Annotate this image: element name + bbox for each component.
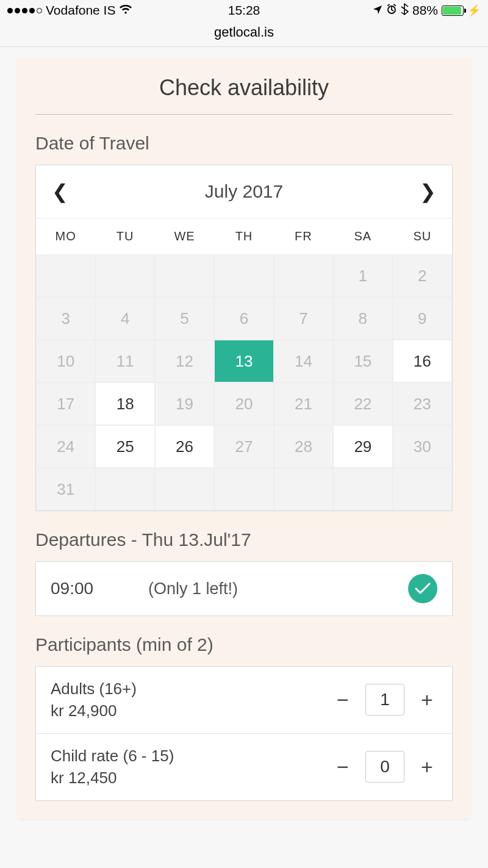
- prev-month-button[interactable]: ❮: [52, 180, 68, 203]
- alarm-icon: [386, 3, 397, 18]
- battery-pct: 88%: [412, 3, 438, 18]
- participant-price: kr 24,900: [51, 700, 137, 722]
- participant-controls: − 0 +: [332, 751, 437, 783]
- calendar-dow: WE: [155, 218, 214, 254]
- availability-card: Check availability Date of Travel ❮ July…: [17, 58, 471, 819]
- calendar-cell: 10: [36, 340, 95, 382]
- decrement-button[interactable]: −: [332, 688, 353, 712]
- status-right: 88% ⚡: [373, 3, 481, 18]
- calendar-cell: 24: [36, 425, 95, 468]
- calendar-cell-blank: [95, 254, 154, 297]
- calendar-cell-blank: [95, 468, 154, 511]
- bluetooth-icon: [401, 3, 409, 18]
- calendar-cell: 30: [393, 425, 452, 468]
- participants-label: Participants (min of 2): [35, 634, 453, 655]
- calendar-cell: 27: [214, 425, 273, 468]
- participant-price: kr 12,450: [51, 767, 174, 789]
- increment-button[interactable]: +: [417, 755, 437, 779]
- participant-count[interactable]: 1: [365, 684, 404, 716]
- clock: 15:28: [228, 3, 260, 18]
- carrier-label: Vodafone IS: [46, 3, 115, 18]
- participant-label: Adults (16+): [51, 678, 137, 700]
- calendar-dow: SA: [333, 218, 392, 254]
- calendar-cell: 28: [274, 425, 333, 468]
- calendar-dow: TU: [95, 218, 154, 254]
- departure-option[interactable]: 09:00 (Only 1 left!): [35, 561, 453, 616]
- participant-info: Child rate (6 - 15) kr 12,450: [51, 745, 174, 789]
- calendar-body: 1234567891011121314151617181920212223242…: [36, 254, 452, 511]
- calendar-cell: 1: [333, 254, 392, 297]
- participant-info: Adults (16+) kr 24,900: [51, 678, 137, 722]
- calendar-cell: 20: [214, 382, 273, 425]
- calendar-dow: FR: [274, 218, 333, 254]
- calendar-cell: 3: [36, 297, 95, 340]
- calendar-cell: 4: [95, 297, 154, 340]
- calendar-dow-row: MOTUWETHFRSASU: [36, 218, 452, 254]
- calendar-cell: 22: [333, 382, 392, 425]
- calendar-cell: 2: [393, 254, 452, 297]
- calendar-cell: 14: [274, 340, 333, 382]
- participant-row: Child rate (6 - 15) kr 12,450 − 0 +: [36, 734, 452, 800]
- calendar-cell-blank: [333, 468, 392, 511]
- calendar-cell[interactable]: 25: [95, 425, 154, 468]
- calendar-cell-blank: [274, 254, 333, 297]
- date-of-travel-label: Date of Travel: [35, 133, 453, 154]
- calendar-cell-blank: [155, 468, 214, 511]
- calendar-cell: 9: [393, 297, 452, 340]
- calendar-cell-blank: [36, 254, 95, 297]
- departure-note: (Only 1 left!): [148, 579, 238, 598]
- calendar-cell: 7: [274, 297, 333, 340]
- calendar-cell[interactable]: 26: [155, 425, 214, 468]
- participant-count[interactable]: 0: [365, 751, 404, 783]
- decrement-button[interactable]: −: [332, 755, 353, 779]
- calendar-cell[interactable]: 18: [95, 382, 154, 425]
- participants-box: Adults (16+) kr 24,900 − 1 + Child rate …: [35, 666, 453, 801]
- participant-label: Child rate (6 - 15): [51, 745, 174, 767]
- calendar-dow: MO: [36, 218, 95, 254]
- departure-time: 09:00: [51, 579, 93, 598]
- status-bar: Vodafone IS 15:28 88% ⚡: [0, 0, 488, 21]
- selected-check-icon: [408, 574, 437, 603]
- calendar-cell: 5: [155, 297, 214, 340]
- signal-dots: [7, 8, 42, 13]
- departures-label: Departures - Thu 13.Jul'17: [35, 529, 453, 550]
- next-month-button[interactable]: ❯: [420, 180, 436, 203]
- calendar-cell: 12: [155, 340, 214, 382]
- calendar-cell[interactable]: 13: [214, 340, 273, 382]
- status-left: Vodafone IS: [7, 3, 132, 18]
- calendar-cell[interactable]: 29: [333, 425, 392, 468]
- calendar-cell-blank: [393, 468, 452, 511]
- charging-icon: ⚡: [467, 4, 481, 17]
- calendar-cell: 11: [95, 340, 154, 382]
- battery-icon: [442, 5, 464, 16]
- location-icon: [373, 3, 382, 18]
- calendar-cell: 15: [333, 340, 392, 382]
- calendar-month-label: July 2017: [205, 181, 283, 202]
- calendar-dow: TH: [214, 218, 273, 254]
- calendar-cell: 8: [333, 297, 392, 340]
- calendar: ❮ July 2017 ❯ MOTUWETHFRSASU 12345678910…: [35, 165, 453, 511]
- card-title: Check availability: [35, 75, 453, 115]
- calendar-cell-blank: [214, 254, 273, 297]
- increment-button[interactable]: +: [417, 688, 437, 712]
- calendar-cell: 6: [214, 297, 273, 340]
- url-bar[interactable]: getlocal.is: [0, 21, 488, 47]
- calendar-dow: SU: [393, 218, 452, 254]
- calendar-cell: 23: [393, 382, 452, 425]
- calendar-cell-blank: [155, 254, 214, 297]
- participant-controls: − 1 +: [332, 684, 437, 716]
- calendar-cell[interactable]: 16: [393, 340, 452, 382]
- calendar-cell: 17: [36, 382, 95, 425]
- calendar-cell: 19: [155, 382, 214, 425]
- calendar-cell-blank: [274, 468, 333, 511]
- participant-row: Adults (16+) kr 24,900 − 1 +: [36, 667, 452, 734]
- calendar-cell: 31: [36, 468, 95, 511]
- calendar-cell-blank: [214, 468, 273, 511]
- calendar-header: ❮ July 2017 ❯: [36, 165, 452, 218]
- calendar-cell: 21: [274, 382, 333, 425]
- wifi-icon: [119, 3, 132, 18]
